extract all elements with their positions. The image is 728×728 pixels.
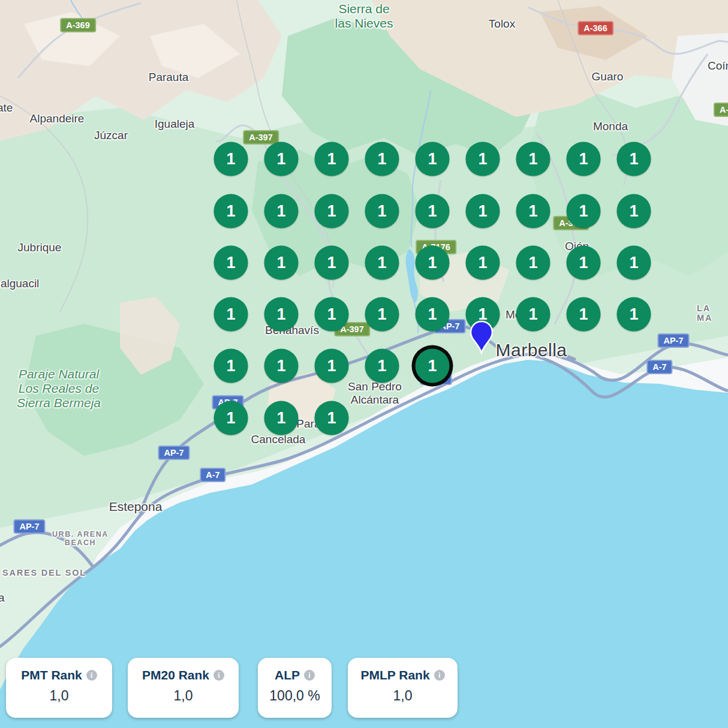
cluster-marker[interactable]: 1 [264,142,299,176]
cluster-marker[interactable]: 1 [567,246,601,280]
info-icon[interactable]: i [213,670,224,681]
cluster-marker[interactable]: 1 [617,297,651,332]
cluster-marker[interactable]: 1 [365,194,399,228]
cluster-marker[interactable]: 1 [214,349,248,383]
stat-card-value: 1,0 [128,688,239,704]
cluster-marker[interactable]: 1 [214,142,248,176]
map-canvas[interactable]: ParautaAlpandeireJúzcarIgualejaToloxGuar… [0,0,728,728]
cluster-marker[interactable]: 1 [416,297,450,332]
stat-card-value: 1,0 [348,688,458,704]
cluster-marker[interactable]: 1 [214,401,248,435]
cluster-marker[interactable]: 1 [466,142,500,176]
cluster-marker[interactable]: 1 [365,142,399,176]
cluster-marker[interactable]: 1 [264,401,299,435]
cluster-marker[interactable]: 1 [264,297,299,332]
cluster-marker[interactable]: 1 [617,142,651,176]
cluster-marker[interactable]: 1 [516,194,550,228]
info-icon[interactable]: i [434,670,445,681]
cluster-marker[interactable]: 1 [214,246,248,280]
cluster-marker[interactable]: 1 [315,349,349,383]
cluster-marker-selected[interactable]: 1 [416,349,450,383]
cluster-marker[interactable]: 1 [264,194,299,228]
cluster-marker[interactable]: 1 [365,297,399,332]
stat-card-pmt-rank: PMT Rank i 1,0 [6,658,112,718]
cluster-marker[interactable]: 1 [315,297,349,332]
cluster-marker[interactable]: 1 [567,142,601,176]
info-icon[interactable]: i [86,670,97,681]
cluster-marker[interactable]: 1 [567,194,601,228]
cluster-marker[interactable]: 1 [365,246,399,280]
cluster-marker[interactable]: 1 [516,142,550,176]
cluster-marker[interactable]: 1 [416,142,450,176]
stat-card-label: ALP [275,668,300,682]
stat-card-label: PMLP Rank [360,668,429,682]
cluster-marker[interactable]: 1 [315,246,349,280]
cluster-marker[interactable]: 1 [315,401,349,435]
cluster-marker[interactable]: 1 [416,194,450,228]
cluster-marker[interactable]: 1 [315,142,349,176]
cluster-marker[interactable]: 1 [617,194,651,228]
cluster-marker[interactable]: 1 [516,297,550,332]
info-icon[interactable]: i [304,670,315,681]
cluster-marker[interactable]: 1 [264,246,299,280]
stat-card-pm20-rank: PM20 Rank i 1,0 [128,658,239,718]
cluster-marker[interactable]: 1 [365,349,399,383]
stat-card-label: PM20 Rank [142,668,209,682]
cluster-marker[interactable]: 1 [466,194,500,228]
cluster-marker[interactable]: 1 [466,246,500,280]
location-pin-icon[interactable] [469,320,494,354]
cluster-marker[interactable]: 1 [214,194,248,228]
cluster-marker[interactable]: 1 [416,246,450,280]
stat-card-value: 1,0 [6,688,112,704]
cluster-marker[interactable]: 1 [264,349,299,383]
cluster-marker[interactable]: 1 [617,246,651,280]
map-terrain [0,0,728,728]
stat-card-label: PMT Rank [21,668,82,682]
stat-card-alp: ALP i 100,0 % [258,658,332,718]
stat-card-value: 100,0 % [258,688,332,704]
cluster-marker[interactable]: 1 [315,194,349,228]
cluster-marker[interactable]: 1 [516,246,550,280]
cluster-marker[interactable]: 1 [567,297,601,332]
cluster-marker[interactable]: 1 [214,297,248,332]
stat-card-pmlp-rank: PMLP Rank i 1,0 [348,658,458,718]
